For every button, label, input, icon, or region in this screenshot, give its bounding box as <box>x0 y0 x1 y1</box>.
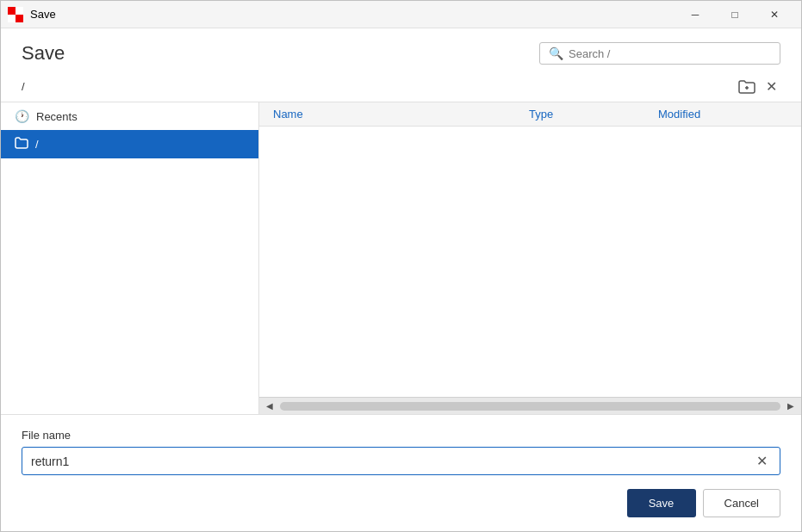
file-name-row[interactable]: ✕ <box>22 447 780 475</box>
dialog-buttons: Save Cancel <box>22 489 780 517</box>
location-bar: / ✕ <box>1 71 801 102</box>
table-body <box>259 127 801 299</box>
column-type: Type <box>529 108 658 121</box>
save-dialog: Save ─ □ ✕ Save 🔍 / ✕ <box>0 0 802 532</box>
maximize-button[interactable]: □ <box>715 1 755 28</box>
search-box[interactable]: 🔍 <box>539 42 780 65</box>
svg-rect-2 <box>8 15 16 22</box>
window-controls: ─ □ ✕ <box>675 1 794 28</box>
search-icon: 🔍 <box>549 46 563 60</box>
cancel-button[interactable]: Cancel <box>703 489 780 517</box>
close-button[interactable]: ✕ <box>755 1 794 28</box>
search-input[interactable] <box>569 47 771 60</box>
file-table: Name Type Modified <box>259 102 801 397</box>
file-name-label: File name <box>22 429 780 442</box>
scroll-left-arrow[interactable]: ◀ <box>263 399 277 413</box>
file-name-input[interactable] <box>31 455 753 468</box>
recents-section[interactable]: 🕐 Recents <box>1 102 258 130</box>
location-path: / <box>22 80 25 93</box>
recents-icon: 🕐 <box>15 109 29 123</box>
dialog-title: Save <box>22 42 65 65</box>
save-button[interactable]: Save <box>627 489 696 517</box>
root-folder-label: / <box>35 138 39 151</box>
column-modified: Modified <box>658 108 787 121</box>
clear-filename-button[interactable]: ✕ <box>753 453 771 469</box>
svg-rect-3 <box>16 15 23 22</box>
minimize-button[interactable]: ─ <box>675 1 715 28</box>
location-actions: ✕ <box>735 75 780 98</box>
main-pane: Name Type Modified ◀ ▶ <box>259 102 801 414</box>
recents-label: Recents <box>36 110 78 123</box>
app-icon <box>8 7 23 22</box>
content-area: 🕐 Recents / Name Type Modified <box>1 102 801 415</box>
svg-rect-1 <box>16 7 23 15</box>
title-bar: Save ─ □ ✕ <box>1 1 801 28</box>
scroll-right-arrow[interactable]: ▶ <box>784 399 798 413</box>
footer: File name ✕ Save Cancel <box>1 415 801 531</box>
root-folder-item[interactable]: / <box>1 130 258 158</box>
new-folder-button[interactable] <box>735 77 759 97</box>
table-header: Name Type Modified <box>259 102 801 127</box>
column-name: Name <box>273 108 529 121</box>
horizontal-scrollbar[interactable]: ◀ ▶ <box>259 397 801 414</box>
scroll-track[interactable] <box>280 402 780 411</box>
close-location-button[interactable]: ✕ <box>762 75 780 98</box>
window-title: Save <box>30 8 675 21</box>
dialog-header: Save 🔍 <box>1 28 801 71</box>
sidebar: 🕐 Recents / <box>1 102 259 414</box>
folder-icon <box>15 137 28 152</box>
svg-rect-0 <box>8 7 16 15</box>
